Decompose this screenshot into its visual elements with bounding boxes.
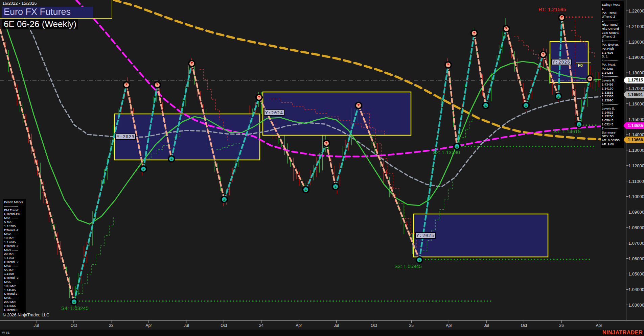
swing-pivots-line: Pvt Low (602, 67, 623, 71)
price-axis-label: 1.14000 (628, 132, 644, 137)
ninjatrader-chart-window: 16/2022 - 15/2026 Euro FX Futures 6E 06-… (0, 0, 644, 336)
date-range-label: 16/2022 - 15/2026 (2, 1, 37, 6)
ninjatrader-logo: NINJATRADER (602, 330, 643, 336)
swing-pivots-line: 3.------------- (602, 39, 623, 43)
price-axis-label: 1.12000 (628, 163, 644, 168)
bench-marks-line: MA2.------ (4, 232, 25, 236)
f0-label: F0 (578, 63, 583, 68)
zigzag-up-leg (486, 29, 506, 105)
instrument-title: Euro FX Futures (2, 7, 93, 18)
bench-marks-line: 10 MA: (4, 236, 25, 240)
swing-pivots-line: 1.14255 (602, 71, 623, 75)
bench-marks-line: DTrend -2 (4, 244, 25, 248)
swing-pivots-line: 1.03245 (602, 122, 623, 126)
time-axis-label: Oct (371, 323, 377, 328)
bench-marks-line: 1.13665 (4, 304, 25, 308)
price-axis-label: 1.17000 (628, 86, 644, 91)
swing-pivots-line: 1.23990 (602, 98, 623, 102)
price-tag: 1.16591 (623, 91, 644, 98)
bench-marks-line: UTrend 4% (4, 212, 25, 216)
price-axis-label: 1.04000 (628, 287, 644, 292)
instrument-title-text: Euro FX Futures (4, 7, 71, 17)
year-box-label[interactable]: Y:2025 (415, 232, 436, 239)
year-box-label[interactable]: Y:2026 (551, 59, 572, 65)
bench-marks-line: MA4.------ (4, 264, 25, 268)
bench-marks-line: 1.17335 (4, 240, 25, 244)
bench-marks-line: 1.14585 (4, 288, 25, 292)
bottom-bar (0, 330, 644, 336)
time-axis-label: Apr (446, 323, 452, 328)
level-label-s4: S4: 1.03245 (61, 305, 89, 311)
step-line (514, 36, 538, 59)
time-axis-label: Jul (484, 323, 489, 328)
interval-tag: W 6E (2, 331, 9, 334)
zigzag-down-leg (326, 143, 336, 187)
level-label-r1: R1: 1.21595 (538, 6, 566, 12)
level-label-s3: S3: 1.05945 (394, 263, 422, 269)
bench-marks-line: 1.1753 (4, 256, 25, 260)
bench-marks-line: 5 MA: (4, 220, 25, 224)
swing-pivots-line: 2.------------- (602, 19, 623, 23)
time-axis-label: 23 (109, 323, 113, 328)
time-axis-label: 25 (409, 323, 414, 328)
price-axis-label: 1.22000 (628, 8, 644, 14)
zigzag-up-leg (74, 85, 127, 302)
bench-marks-line: MA5.------ (4, 280, 25, 284)
bench-marks-line: UTrend 2 (4, 292, 25, 296)
candles-up (8, 18, 602, 308)
bench-marks-line: DTrend -2 (4, 260, 25, 264)
swing-pivots-line: Pvt. Trend: (602, 11, 623, 15)
bench-marks-line: 1.15705 (4, 224, 25, 228)
swing-pivots-line: D: 1 (602, 54, 623, 58)
zigzag-down-leg (474, 33, 486, 105)
bench-marks-line: 55 MA: (4, 268, 25, 272)
price-tag: 1.13666 (623, 137, 644, 143)
bench-marks-line: ------------- (4, 204, 25, 208)
price-axis-label: 1.07000 (628, 240, 644, 245)
price-axis-label: 1.20000 (628, 39, 644, 44)
bench-marks-panel: Bench Marks-------------BM Trend:UTrend … (3, 199, 26, 315)
chart-canvas[interactable] (0, 0, 644, 336)
bench-marks-line: DTrend -2 (4, 228, 25, 232)
swing-pivots-line: 1.17595 (602, 51, 623, 55)
current-marker-dash (589, 78, 591, 79)
zigzag-down-leg (506, 29, 526, 105)
year-box-label[interactable]: Y:2024 (264, 110, 284, 116)
swing-pivots-line: AF: 9.00 (602, 142, 623, 146)
time-axis-label: 26 (559, 323, 564, 328)
time-axis-label: Jul (184, 323, 189, 328)
bench-marks-line: 200 MA: (4, 300, 25, 304)
swing-pivots-line: 1.34130 (602, 87, 623, 91)
time-axis-label: Oct (71, 323, 77, 328)
swing-pivots-line: AR: 0.08950 (602, 138, 623, 142)
swing-pivots-line: 1.13230 (602, 114, 623, 118)
bench-marks-line: MA1.------ (4, 216, 25, 220)
price-axis-label: 1.21000 (628, 24, 644, 29)
swing-pivots-line: 7.------------- (602, 126, 623, 130)
price-axis-label: 1.13000 (628, 148, 644, 153)
bench-marks-line: MA3.------ (4, 248, 25, 252)
price-axis-label: 1.10000 (628, 194, 644, 199)
price-axis-label: 1.09000 (628, 210, 644, 215)
contract-label: 6E 06-26 (Weekly) (2, 19, 78, 29)
time-axis-label: 24 (259, 323, 263, 328)
swing-pivots-line: Levels S: (602, 106, 623, 111)
bench-marks-line: UTrend 0 (4, 308, 25, 312)
swing-pivots-line: Pvt High (602, 47, 623, 51)
bench-marks-line: Bench Marks (4, 200, 25, 204)
swing-pivots-line: 4.------------- (602, 58, 623, 63)
price-axis-label: 1.03000 (628, 303, 644, 308)
zigzag-up-leg (579, 79, 590, 124)
year-range-box[interactable] (263, 92, 411, 135)
year-box-label[interactable]: Y:2023 (115, 134, 136, 140)
bench-marks-line: DTrend -2 (4, 276, 25, 280)
time-axis-label: Jul (33, 323, 39, 328)
level-label-s2: S2: 1.13230 (433, 149, 460, 155)
candles-down (5, 34, 619, 302)
price-axis-label: 1.18000 (628, 70, 644, 75)
swing-pivots-line: 5.------------- (602, 74, 623, 78)
price-axis-label: 1.16000 (628, 101, 644, 106)
swing-pivots-line: Hi:2 UTrend (602, 27, 623, 31)
time-axis-label: Apr (596, 323, 602, 328)
swing-pivots-line: 6.------------- (602, 102, 623, 106)
